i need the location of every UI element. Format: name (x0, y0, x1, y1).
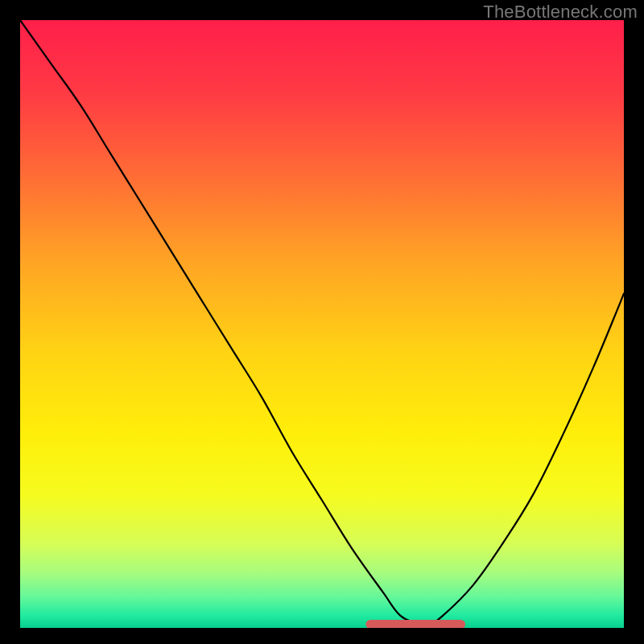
bottleneck-curve (20, 20, 624, 624)
plot-area (20, 20, 624, 628)
curve-layer (20, 20, 624, 628)
watermark-text: TheBottleneck.com (483, 2, 638, 23)
chart-frame: TheBottleneck.com (0, 0, 644, 644)
